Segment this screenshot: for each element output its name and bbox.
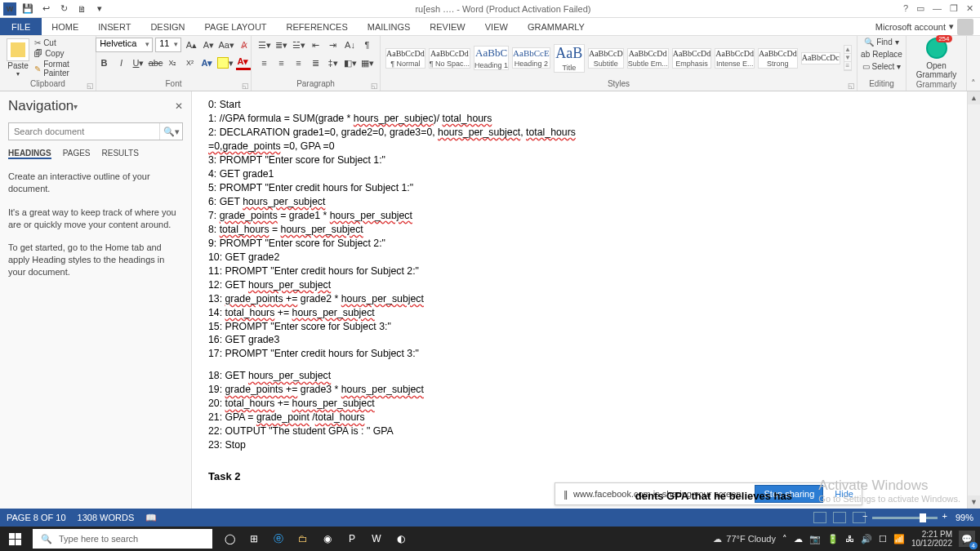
scroll-down-icon[interactable]: ▼ xyxy=(968,495,980,509)
explorer-icon[interactable]: 🗀 xyxy=(294,530,312,548)
account-menu[interactable]: Microsoft account▾ xyxy=(869,18,980,35)
start-button[interactable] xyxy=(0,533,29,545)
language-icon[interactable]: ☐ xyxy=(879,534,887,544)
multilevel-icon[interactable]: ☱▾ xyxy=(292,38,306,52)
nav-tab-results[interactable]: RESULTS xyxy=(102,149,139,159)
chrome-icon[interactable]: ◉ xyxy=(318,530,336,548)
subscript-button[interactable]: X₂ xyxy=(166,56,180,70)
network-icon[interactable]: 🖧 xyxy=(845,534,854,544)
replace-button[interactable]: abReplace xyxy=(861,50,902,59)
powerpoint-icon[interactable]: P xyxy=(343,530,361,548)
style-tile[interactable]: AaBbCcDSubtitle xyxy=(588,48,624,69)
style-tile[interactable]: AaBTitle xyxy=(554,44,585,73)
taskbar-search[interactable]: 🔍Type here to search xyxy=(33,529,212,549)
align-left-icon[interactable]: ≡ xyxy=(257,56,272,70)
onedrive-icon[interactable]: ☁ xyxy=(794,534,803,544)
close-pane-icon[interactable]: ✕ xyxy=(175,100,183,112)
justify-icon[interactable]: ≣ xyxy=(309,56,323,70)
pin-icon[interactable]: ▾ xyxy=(74,102,78,111)
zoom-level[interactable]: 99% xyxy=(956,513,973,522)
search-document[interactable]: 🔍▾ xyxy=(8,122,183,140)
highlight-icon[interactable]: ▾ xyxy=(217,56,234,70)
read-mode-icon[interactable] xyxy=(813,512,826,523)
shrink-font-icon[interactable]: A▾ xyxy=(201,38,216,52)
nav-tab-pages[interactable]: PAGES xyxy=(63,149,91,159)
document-area[interactable]: 0: Start1: //GPA formula = SUM(grade * h… xyxy=(192,91,980,509)
qat-more-icon[interactable]: ▾ xyxy=(93,2,106,16)
ribbon-options-icon[interactable]: ▭ xyxy=(916,3,924,14)
bold-button[interactable]: B xyxy=(97,56,112,70)
font-color-icon[interactable]: A▾ xyxy=(236,56,251,70)
tab-insert[interactable]: INSERT xyxy=(88,18,140,35)
numbering-icon[interactable]: ≣▾ xyxy=(274,38,289,52)
chevron-up-icon[interactable]: ˄ xyxy=(782,534,787,544)
bullets-icon[interactable]: ☰▾ xyxy=(257,38,272,52)
dialog-launcher-icon[interactable]: ◱ xyxy=(242,82,249,90)
cut-button[interactable]: Cut xyxy=(34,38,91,47)
clock[interactable]: 2:21 PM 10/12/2022 xyxy=(911,530,952,548)
style-tile[interactable]: AaBbCcDdSubtle Em... xyxy=(627,48,669,69)
page-indicator[interactable]: PAGE 8 OF 10 xyxy=(7,513,66,522)
app-icon[interactable]: ◐ xyxy=(392,530,410,548)
sort-icon[interactable]: A↓ xyxy=(343,38,358,52)
word-count[interactable]: 1308 WORDS xyxy=(78,513,135,522)
tab-page-layout[interactable]: PAGE LAYOUT xyxy=(195,18,277,35)
notifications-icon[interactable]: 💬4 xyxy=(959,531,975,547)
superscript-button[interactable]: X² xyxy=(183,56,198,70)
strike-button[interactable]: abc xyxy=(149,56,163,70)
font-name-select[interactable]: Helvetica xyxy=(96,38,153,52)
underline-button[interactable]: U▾ xyxy=(131,56,146,70)
tab-view[interactable]: VIEW xyxy=(475,18,518,35)
inc-indent-icon[interactable]: ⇥ xyxy=(326,38,341,52)
grammarly-button[interactable]: 254 xyxy=(926,38,947,59)
tab-mailings[interactable]: MAILINGS xyxy=(358,18,421,35)
cortana-icon[interactable]: ◯ xyxy=(220,530,238,548)
dialog-launcher-icon[interactable]: ◱ xyxy=(371,82,378,90)
borders-icon[interactable]: ▦▾ xyxy=(360,56,375,70)
dialog-launcher-icon[interactable]: ◱ xyxy=(87,82,94,90)
style-tile[interactable]: AaBbCcDdStrong xyxy=(758,48,798,69)
show-marks-icon[interactable]: ¶ xyxy=(360,38,375,52)
collapse-ribbon-icon[interactable]: ˄ xyxy=(967,36,980,91)
copy-button[interactable]: Copy xyxy=(34,49,91,58)
italic-button[interactable]: I xyxy=(114,56,129,70)
volume-icon[interactable]: 🔊 xyxy=(861,534,872,544)
proofing-icon[interactable]: 📖 xyxy=(145,513,157,523)
nav-tab-headings[interactable]: HEADINGS xyxy=(8,149,51,159)
save-icon[interactable]: 💾 xyxy=(21,2,34,16)
clear-format-icon[interactable]: A̷ xyxy=(237,38,252,52)
battery-icon[interactable]: 🔋 xyxy=(827,534,839,544)
undo-icon[interactable]: ↩ xyxy=(39,2,52,16)
font-size-select[interactable]: 11 xyxy=(155,38,181,52)
tab-review[interactable]: REVIEW xyxy=(420,18,474,35)
tab-grammarly[interactable]: GRAMMARLY xyxy=(518,18,595,35)
weather-widget[interactable]: ☁77°F Cloudy xyxy=(713,534,776,544)
style-tile[interactable]: AaBbCcDd¶ Normal xyxy=(385,48,425,69)
shading-icon[interactable]: ◧▾ xyxy=(343,56,358,70)
vertical-scrollbar[interactable]: ▲ ▼ xyxy=(967,91,980,509)
style-tile[interactable]: AaBbCcDd¶ No Spac... xyxy=(429,48,470,69)
grow-font-icon[interactable]: A▴ xyxy=(184,38,198,52)
styles-scroll[interactable]: ▲▼≡ xyxy=(844,45,852,71)
align-center-icon[interactable]: ≡ xyxy=(274,56,289,70)
help-icon[interactable]: ? xyxy=(903,3,908,14)
zoom-slider[interactable] xyxy=(872,517,938,519)
tab-references[interactable]: REFERENCES xyxy=(277,18,358,35)
find-button[interactable]: 🔍Find▾ xyxy=(864,38,898,47)
tab-design[interactable]: DESIGN xyxy=(140,18,194,35)
edge-icon[interactable]: ⓔ xyxy=(270,530,287,548)
close-icon[interactable]: ✕ xyxy=(966,3,973,14)
print-layout-icon[interactable] xyxy=(833,512,846,523)
align-right-icon[interactable]: ≡ xyxy=(292,56,306,70)
meet-now-icon[interactable]: 📷 xyxy=(809,534,821,544)
text-effects-icon[interactable]: A▾ xyxy=(200,56,215,70)
word-app-icon[interactable]: W xyxy=(368,530,385,548)
scroll-up-icon[interactable]: ▲ xyxy=(968,91,980,104)
format-painter-button[interactable]: Format Painter xyxy=(34,60,91,78)
dialog-launcher-icon[interactable]: ◱ xyxy=(848,82,855,90)
search-icon[interactable]: 🔍▾ xyxy=(159,123,182,140)
style-tile[interactable]: AaBbCcDdIntense E... xyxy=(715,48,755,69)
select-button[interactable]: ▭Select▾ xyxy=(862,62,902,71)
search-input[interactable] xyxy=(9,123,159,140)
minimize-icon[interactable]: — xyxy=(933,3,942,14)
